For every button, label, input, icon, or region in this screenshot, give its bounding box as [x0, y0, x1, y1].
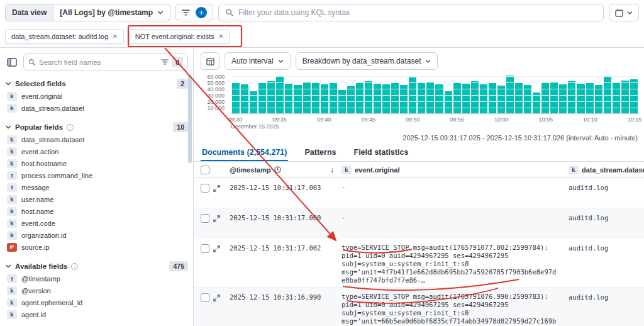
field-item[interactable]: kdata_stream.dataset: [5, 102, 188, 114]
histogram-bar[interactable]: [303, 82, 311, 113]
auto-interval-dropdown[interactable]: Auto interval: [225, 52, 291, 70]
histogram-bar[interactable]: [541, 83, 549, 113]
histogram-bar[interactable]: [232, 82, 240, 113]
select-all-checkbox[interactable]: [201, 166, 209, 174]
histogram-bar[interactable]: [586, 82, 594, 113]
row-checkbox[interactable]: [201, 214, 209, 223]
timestamp-column-label[interactable]: @timestamp: [230, 166, 271, 174]
table-row[interactable]: 2025-12-15 10:31:16.990type=SERVICE_STOP…: [194, 288, 644, 326]
histogram-bar[interactable]: [453, 82, 461, 113]
tab-patterns[interactable]: Patterns: [303, 144, 337, 161]
chevron-down-icon: [5, 124, 11, 130]
histogram-bar[interactable]: [489, 83, 496, 113]
histogram-bar[interactable]: [250, 91, 257, 113]
histogram-bar[interactable]: [374, 84, 381, 113]
row-checkbox[interactable]: [201, 184, 209, 193]
field-item[interactable]: kevent.action: [5, 145, 188, 157]
field-item[interactable]: tprocess.command_line: [5, 169, 188, 181]
field-type-icon: t: [7, 274, 17, 283]
field-item[interactable]: kuser.name: [5, 193, 188, 205]
field-item[interactable]: kagent.id: [5, 308, 188, 320]
histogram-bar[interactable]: [445, 91, 452, 113]
table-row[interactable]: 2025-12-15 10:31:17.000-auditd.log: [194, 208, 644, 239]
row-checkbox[interactable]: [201, 293, 209, 302]
histogram-bar[interactable]: [515, 82, 523, 113]
histogram-bar[interactable]: [577, 84, 584, 113]
dataset-column-label[interactable]: data_stream.dataset: [582, 166, 644, 174]
data-view-value-button[interactable]: [All Logs] by @timestamp: [53, 4, 170, 21]
field-item[interactable]: t@timestamp: [5, 273, 188, 284]
kql-search-input[interactable]: [238, 8, 597, 17]
remove-filter-icon[interactable]: ×: [113, 32, 118, 40]
histogram-bar[interactable]: [568, 81, 575, 113]
histogram-bar[interactable]: [621, 81, 629, 113]
field-type-icon: k: [7, 104, 17, 113]
histogram-bar[interactable]: [267, 81, 275, 113]
sidebar-scrollbar[interactable]: [188, 75, 192, 163]
field-item[interactable]: kagent.ephemeral_id: [5, 296, 188, 308]
breakdown-dropdown[interactable]: Breakdown by data_stream.dataset: [296, 52, 438, 70]
clock-icon: [274, 166, 281, 173]
field-filter-icon[interactable]: [161, 59, 169, 65]
field-item[interactable]: kevent.original: [5, 90, 188, 102]
field-item[interactable]: k@version: [5, 284, 188, 296]
histogram-bar[interactable]: [613, 82, 620, 113]
search-icon: [225, 8, 234, 17]
histogram-bar[interactable]: [285, 84, 292, 113]
histogram-bar[interactable]: [356, 82, 364, 113]
filter-pill[interactable]: data_stream.dataset: auditd.log×: [5, 29, 124, 44]
histogram-bar[interactable]: [426, 82, 434, 113]
histogram-bar[interactable]: [550, 82, 558, 113]
field-search-box[interactable]: 0: [23, 53, 188, 70]
chart-options-button[interactable]: [201, 52, 219, 70]
filter-pill[interactable]: NOT event.original: exists×: [129, 29, 230, 44]
expand-row-icon[interactable]: [213, 245, 220, 252]
field-item[interactable]: kevent.code: [5, 217, 188, 229]
expand-row-icon[interactable]: [213, 185, 220, 192]
field-item[interactable]: khost.hostname: [5, 157, 188, 169]
date-picker-button[interactable]: [609, 4, 639, 21]
field-section-header[interactable]: Available fieldsi475: [5, 260, 188, 273]
field-type-icon: k: [7, 310, 17, 319]
collapse-sidebar-icon[interactable]: [5, 55, 19, 69]
row-checkbox[interactable]: [201, 244, 209, 253]
sort-descending-icon[interactable]: ↓: [330, 166, 341, 174]
remove-filter-icon[interactable]: ×: [218, 32, 223, 40]
add-filter-button[interactable]: +: [196, 7, 207, 18]
histogram-bar[interactable]: [391, 82, 399, 113]
field-name: organization.id: [21, 232, 67, 239]
histogram-bar[interactable]: [365, 81, 372, 113]
field-section: Popular fieldsi10kdata_stream.datasetkev…: [5, 121, 188, 253]
field-name: agent.ephemeral_id: [21, 299, 82, 306]
field-section-header[interactable]: Selected fields2: [5, 77, 188, 90]
field-item[interactable]: tmessage: [5, 181, 188, 193]
histogram-bar[interactable]: [471, 81, 479, 113]
histogram-bar[interactable]: [258, 83, 266, 113]
histogram-bar[interactable]: [497, 86, 505, 113]
table-row[interactable]: 2025-12-15 10:31:17.002type=SERVICE_STOP…: [194, 239, 644, 288]
field-section-header[interactable]: Popular fieldsi10: [5, 121, 188, 133]
filter-funnel-icon[interactable]: [182, 9, 190, 16]
field-item[interactable]: korganization.id: [5, 229, 188, 241]
gridline: [231, 95, 639, 96]
histogram-bar[interactable]: [418, 83, 425, 113]
calendar-grid-icon: [206, 57, 214, 65]
tab-documents[interactable]: Documents (2,554,271): [201, 144, 288, 161]
info-icon: i: [67, 124, 74, 131]
field-item[interactable]: kdata_stream.dataset: [5, 133, 188, 145]
kql-search-bar[interactable]: [218, 4, 604, 21]
histogram-bar[interactable]: [347, 86, 355, 113]
field-item[interactable]: khost.name: [5, 205, 188, 217]
field-item[interactable]: IPsource.ip: [5, 241, 188, 253]
expand-row-icon[interactable]: [213, 215, 220, 222]
table-row[interactable]: 2025-12-15 10:31:17.003-auditd.log: [194, 178, 644, 208]
field-type-icon: k: [7, 159, 17, 168]
expand-row-icon[interactable]: [213, 295, 220, 301]
data-view-picker[interactable]: Data view [All Logs] by @timestamp: [5, 4, 170, 21]
event-original-column-label[interactable]: event.original: [355, 166, 400, 174]
tab-field-statistics[interactable]: Field statistics: [353, 144, 410, 161]
histogram-bar[interactable]: [330, 82, 337, 113]
histogram-bar[interactable]: [462, 84, 470, 113]
histogram-bar[interactable]: [312, 83, 319, 113]
field-search-input[interactable]: [39, 59, 158, 66]
